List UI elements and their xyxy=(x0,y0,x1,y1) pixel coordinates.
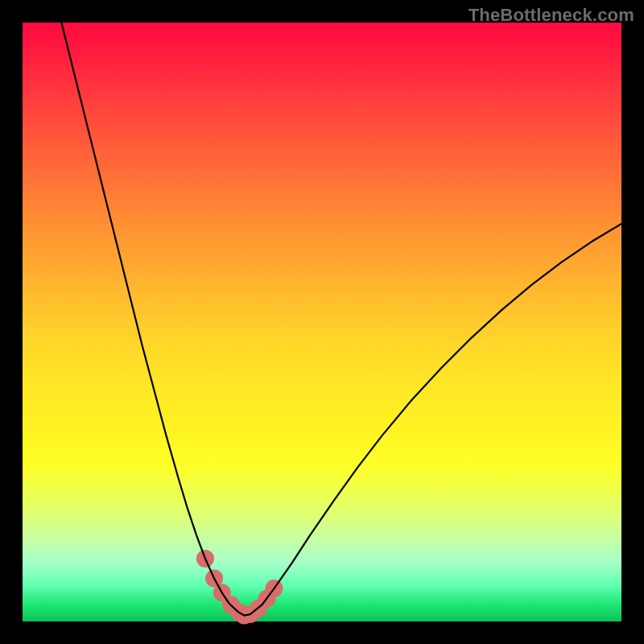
bottleneck-curve xyxy=(61,23,621,616)
chart-overlay xyxy=(23,23,621,621)
outer-frame: TheBottleneck.com xyxy=(0,0,644,644)
